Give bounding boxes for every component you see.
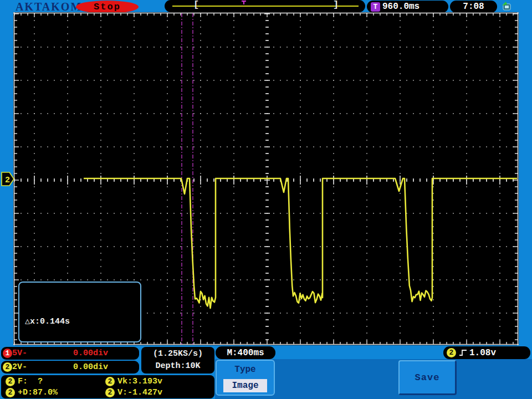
clock-value: 7:08 bbox=[463, 2, 484, 12]
menu-title: Type bbox=[217, 365, 274, 375]
trigger-source-badge: 2 bbox=[447, 348, 456, 357]
trigger-status-pill: 2 1.08v bbox=[443, 346, 530, 359]
save-button[interactable]: Save bbox=[398, 360, 457, 395]
trigger-time-value: 960.0ms bbox=[382, 2, 420, 12]
acquisition-info-box: (1.25KS/s) Depth:10K bbox=[141, 347, 214, 374]
channel-2-offset: 0.00div bbox=[73, 362, 108, 372]
channel-1-offset: 0.00div bbox=[73, 349, 108, 358]
trigger-time-icon: T bbox=[371, 2, 380, 12]
timebase-pill: M:400ms bbox=[216, 346, 275, 359]
memory-depth: Depth:10K bbox=[155, 360, 200, 372]
ch2-trace bbox=[84, 178, 517, 308]
measurement-badge: 2 bbox=[105, 388, 115, 397]
trigger-time-pill: T 960.0ms bbox=[367, 1, 448, 13]
rising-edge-icon bbox=[458, 349, 468, 357]
measurement-voltage: 2 V:-1.427v bbox=[105, 388, 162, 397]
memory-line bbox=[172, 6, 359, 7]
oscilloscope-screen: AKTAKOM Stop [ ] T 960.0ms 7:08 2 △x:0.1… bbox=[0, 0, 532, 399]
measurements-box: 2 F: ? 2 Vk:3.193v 2 +D:87.0% 2 V:-1.427… bbox=[1, 375, 214, 398]
cursor-readout-box: △x:0.144s 1/△x:6.944HZ x1:64.00ms x2:-80… bbox=[18, 282, 141, 342]
channel-1-badge: 1 bbox=[3, 349, 12, 358]
channel-2-status: 2 2V- 0.00div bbox=[1, 361, 139, 374]
measurement-vk: 2 Vk:3.193v bbox=[105, 377, 162, 386]
measurement-value: Vk:3.193v bbox=[117, 377, 162, 386]
memory-window-left-bracket: [ bbox=[193, 0, 199, 10]
measurement-value: F: ? bbox=[18, 377, 43, 386]
run-stop-indicator: Stop bbox=[76, 1, 139, 13]
menu-option-image[interactable]: Image bbox=[223, 379, 267, 392]
channel-2-badge: 2 bbox=[3, 362, 12, 372]
channel-2-scale: 2V- bbox=[12, 362, 27, 372]
channel-1-scale: 5V- bbox=[12, 349, 27, 358]
channel-1-status: 1 5V- 0.00div bbox=[1, 347, 139, 360]
measurement-duty: 2 +D:87.0% bbox=[6, 388, 58, 397]
brand-label: AKTAKOM bbox=[16, 1, 82, 13]
usb-storage-icon bbox=[500, 1, 513, 12]
measurement-badge: 2 bbox=[105, 377, 115, 386]
sample-rate: (1.25KS/s) bbox=[153, 348, 203, 360]
cursor-dx: △x:0.144s bbox=[25, 315, 140, 329]
measurement-frequency: 2 F: ? bbox=[6, 377, 43, 386]
trigger-level-value: 1.08v bbox=[469, 348, 496, 358]
type-menu: Type Image bbox=[216, 360, 275, 396]
timebase-value: M:400ms bbox=[227, 348, 264, 358]
clock-pill: 7:08 bbox=[450, 1, 497, 13]
memory-position-bar: [ ] bbox=[165, 0, 365, 12]
measurement-badge: 2 bbox=[6, 377, 15, 386]
measurement-value: V:-1.427v bbox=[117, 388, 162, 397]
channel-2-marker-label: 2 bbox=[5, 176, 10, 185]
memory-window-right-bracket: ] bbox=[333, 0, 339, 10]
channel-2-position-marker[interactable]: 2 bbox=[1, 172, 15, 187]
memory-trigger-marker bbox=[241, 1, 247, 5]
measurement-badge: 2 bbox=[6, 388, 15, 397]
measurement-value: +D:87.0% bbox=[18, 388, 58, 397]
